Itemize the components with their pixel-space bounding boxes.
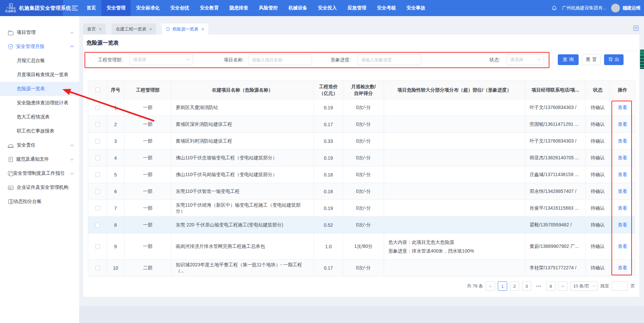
checkbox-cell xyxy=(88,150,107,166)
view-link[interactable]: 查看 xyxy=(618,244,627,249)
sidebar-item-label: 危大工程情况表 xyxy=(17,114,50,120)
view-link[interactable]: 查看 xyxy=(618,138,627,144)
page-size-value: 10 条/页 xyxy=(573,283,589,289)
jump-page-input[interactable] xyxy=(612,281,628,291)
tab[interactable]: 首页 × xyxy=(83,23,106,35)
collapse-menu-icon[interactable] xyxy=(72,6,78,10)
nav-item[interactable]: 应急管理 xyxy=(342,0,372,16)
company-logo: 广州建筑 机施集团 xyxy=(5,3,16,13)
project-name-input[interactable] xyxy=(248,54,312,65)
tab[interactable]: 在建工程一览表 × xyxy=(112,23,156,35)
nav-item[interactable]: 安全教育 xyxy=(195,0,224,16)
view-link[interactable]: 查看 xyxy=(618,121,627,127)
nav-item-label: 风险管控 xyxy=(259,5,278,11)
sidebar: 项目管理 安全管理月报 月报汇总台账 月度项目检查情况一览表 危险源一览表 安全… xyxy=(0,16,79,323)
nav-item[interactable]: 安全考核 xyxy=(372,0,401,16)
company-name[interactable]: 广州机施建设集团有... xyxy=(562,5,606,11)
close-icon[interactable]: × xyxy=(99,27,102,32)
close-icon[interactable]: × xyxy=(149,27,152,32)
sidebar-item[interactable]: 月报汇总台账 xyxy=(0,54,79,68)
row-checkbox[interactable] xyxy=(95,156,100,160)
page-button[interactable]: 3 xyxy=(522,281,531,291)
username[interactable]: 穗建运维 xyxy=(623,5,641,11)
nav-item[interactable]: 风险管控 xyxy=(254,0,283,16)
cell-project-name: 佛山110千伏马岗输变电工程（变电站建筑部分） xyxy=(171,166,314,183)
sidebar-item[interactable]: 安全管理月报 xyxy=(0,40,79,54)
chevron-down-icon xyxy=(593,284,595,287)
page-button[interactable]: 1 xyxy=(498,281,507,291)
nav-item[interactable]: 安全投入 xyxy=(313,0,342,16)
view-link[interactable]: 查看 xyxy=(618,222,627,227)
row-checkbox[interactable] xyxy=(95,206,100,211)
sidebar-item[interactable]: 企业证件及安全管理机构 xyxy=(0,180,79,195)
nav-item[interactable]: 安全标准化 xyxy=(131,0,165,16)
row-checkbox[interactable] xyxy=(95,122,100,127)
view-link[interactable]: 查看 xyxy=(618,105,627,110)
cell-inspection: 0次/-分 xyxy=(343,200,384,217)
sidebar-item[interactable]: 项目管理 xyxy=(0,25,79,40)
sidebar-item[interactable]: 动态扣分台账 xyxy=(0,195,79,209)
avatar[interactable] xyxy=(611,4,620,12)
danger-source-table: 序号 工程管理部 在建项目名称（危险源名称） 工程造价（亿元） 月巡检次数/自评… xyxy=(88,80,635,276)
tab[interactable]: 危险源一览表 × xyxy=(162,23,208,35)
table-header-cell: 月巡检次数/自评得分 xyxy=(343,81,384,99)
sidebar-item[interactable]: 安全责任 xyxy=(0,138,79,152)
progress-input[interactable] xyxy=(358,54,421,65)
tab-label: 首页 xyxy=(87,26,96,32)
reset-button[interactable]: 重置 xyxy=(582,54,601,65)
nav-item-label: 安全事故 xyxy=(407,5,425,11)
view-link[interactable]: 查看 xyxy=(618,265,627,270)
cell-inspection: 0次/-分 xyxy=(343,217,384,233)
sidebar-item[interactable]: 月度项目检查情况一览表 xyxy=(0,68,79,82)
page-buttons: <123•••8> xyxy=(486,281,568,291)
sidebar-item[interactable]: 危大工程情况表 xyxy=(0,110,79,124)
query-button[interactable]: 查询 xyxy=(558,54,579,65)
view-link[interactable]: 查看 xyxy=(618,155,627,160)
cell-distribution xyxy=(384,166,525,183)
nav-item[interactable]: 安全管理 xyxy=(101,0,131,16)
row-checkbox[interactable] xyxy=(95,189,100,194)
close-icon[interactable]: × xyxy=(201,27,204,32)
nav-item[interactable]: 首页 xyxy=(81,0,101,16)
row-checkbox[interactable] xyxy=(95,266,100,270)
view-link[interactable]: 查看 xyxy=(618,189,627,194)
bell-icon[interactable] xyxy=(551,5,557,11)
export-button[interactable]: 导出 xyxy=(604,54,624,65)
cell-distribution xyxy=(384,116,525,133)
page-button[interactable]: 8 xyxy=(546,281,555,291)
cell-operation: 查看 xyxy=(610,150,635,166)
more-pages-icon[interactable]: ••• xyxy=(534,281,543,291)
cell-status: 待确认 xyxy=(586,116,610,133)
feedback-widget[interactable] xyxy=(640,50,644,69)
next-page-button[interactable]: > xyxy=(558,281,568,291)
sidebar-item[interactable]: 安全隐患排查治理统计表 xyxy=(0,96,79,110)
view-link[interactable]: 查看 xyxy=(618,205,627,211)
row-checkbox[interactable] xyxy=(95,139,100,144)
page-button[interactable]: 2 xyxy=(510,281,519,291)
cell-operation: 查看 xyxy=(610,183,635,200)
table-row: 5 一部 佛山110千伏马岗输变电工程（变电站建筑部分） 0.18 0次/-分 … xyxy=(88,166,635,183)
sidebar-item[interactable]: 规范及通知文件 xyxy=(0,152,79,166)
sidebar-item[interactable]: 职工伤亡事故报表 xyxy=(0,124,79,138)
sidebar-item-label: 职工伤亡事故报表 xyxy=(17,128,54,134)
row-checkbox[interactable] xyxy=(95,223,100,227)
cell-status: 待确认 xyxy=(586,150,610,166)
prev-page-button[interactable]: < xyxy=(486,281,495,291)
select-all-checkbox[interactable] xyxy=(95,88,100,92)
row-checkbox[interactable] xyxy=(95,244,100,249)
tab-actions-icon[interactable] xyxy=(633,25,639,31)
nav-item[interactable]: 机械设备 xyxy=(283,0,313,16)
view-link[interactable]: 查看 xyxy=(618,172,627,177)
checkbox-cell xyxy=(88,233,107,260)
nav-item[interactable]: 隐患排查 xyxy=(224,0,254,16)
row-checkbox[interactable] xyxy=(95,172,100,177)
page-size-select[interactable]: 10 条/页 xyxy=(570,281,598,291)
nav-item[interactable]: 安全创优 xyxy=(165,0,195,16)
dept-filter-select[interactable]: 请选择 xyxy=(129,54,193,65)
sidebar-item[interactable]: 安全管理制度及工作指引 xyxy=(0,166,79,180)
sidebar-item[interactable]: 危险源一览表 xyxy=(0,82,79,96)
cell-cost: 0.52 xyxy=(314,217,343,233)
nav-item[interactable]: 安全事故 xyxy=(401,0,431,16)
row-checkbox[interactable] xyxy=(95,105,100,110)
status-filter-select[interactable]: 请选择 xyxy=(506,54,544,65)
